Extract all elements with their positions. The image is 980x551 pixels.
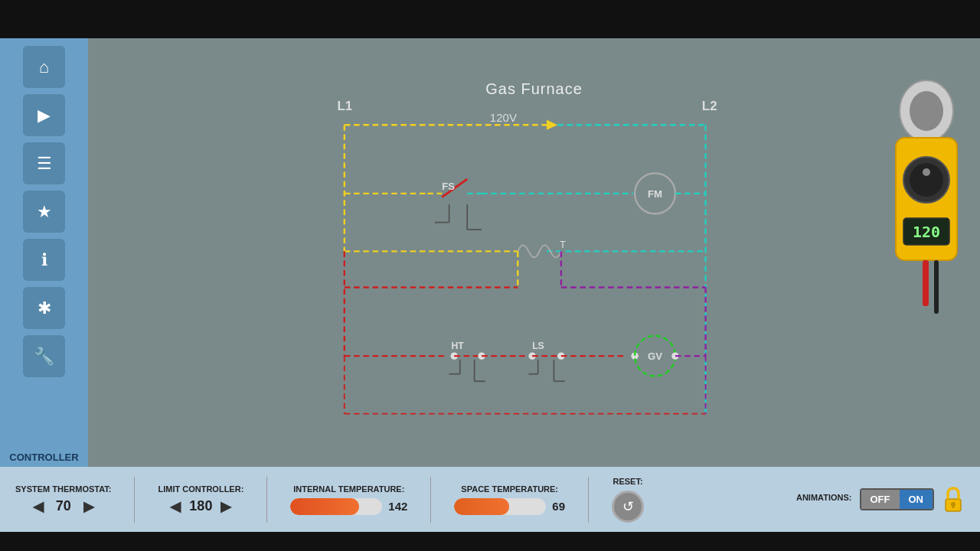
main-area: Gas Furnace L1 L2 120V FS bbox=[88, 38, 980, 486]
animations-group: ANIMATIONS: OFF ON bbox=[796, 485, 965, 514]
animations-label: ANIMATIONS: bbox=[796, 493, 852, 502]
separator1 bbox=[134, 477, 135, 523]
thermostat-increment-button[interactable]: ▶ bbox=[83, 498, 94, 515]
bottom-bar bbox=[0, 532, 980, 551]
thermostat-value: 70 bbox=[48, 498, 79, 514]
t-label: T bbox=[560, 239, 566, 250]
system-thermostat-controls: ◀ 70 ▶ bbox=[33, 498, 94, 515]
space-temp-fill bbox=[454, 498, 509, 515]
next-button[interactable]: ▶ bbox=[23, 94, 65, 136]
clamp-meter: 120 bbox=[880, 77, 972, 314]
internal-temp-bar-container: 142 bbox=[290, 498, 407, 515]
internal-temp-group: INTERNAL TEMPERATURE: 142 bbox=[290, 484, 407, 515]
separator3 bbox=[430, 477, 431, 523]
svg-point-7 bbox=[923, 168, 930, 176]
fs-label: FS bbox=[442, 181, 455, 192]
limit-controller-label: LIMIT CONTROLLER: bbox=[158, 484, 243, 494]
animations-toggle[interactable]: OFF ON bbox=[860, 488, 935, 510]
info-button[interactable]: ℹ bbox=[23, 239, 65, 281]
thermostat-decrement-button[interactable]: ◀ bbox=[33, 498, 44, 515]
separator4 bbox=[588, 477, 589, 523]
top-bar bbox=[0, 0, 980, 38]
svg-text:120: 120 bbox=[913, 223, 940, 241]
home-button[interactable]: ⌂ bbox=[23, 46, 65, 88]
separator2 bbox=[266, 477, 267, 523]
limit-controller-controls: ◀ 180 ▶ bbox=[170, 498, 231, 515]
system-thermostat-group: SYSTEM THERMOSTAT: ◀ 70 ▶ bbox=[15, 484, 111, 515]
space-temp-value: 69 bbox=[552, 500, 565, 513]
lock-icon bbox=[942, 485, 965, 514]
space-temp-bar-container: 69 bbox=[454, 498, 565, 515]
ht-label: HT bbox=[451, 341, 464, 351]
tools-button[interactable]: 🔧 bbox=[23, 335, 65, 377]
limit-decrement-button[interactable]: ◀ bbox=[170, 498, 181, 515]
animations-off-button[interactable]: OFF bbox=[861, 490, 900, 509]
reset-label: RESET: bbox=[612, 477, 642, 486]
circuit-diagram: L1 L2 120V FS FM bbox=[88, 38, 980, 486]
svg-rect-10 bbox=[923, 260, 929, 306]
settings-button[interactable]: ✱ bbox=[23, 287, 65, 329]
limit-controller-group: LIMIT CONTROLLER: ◀ 180 ▶ bbox=[158, 484, 243, 515]
favorites-button[interactable]: ★ bbox=[23, 191, 65, 233]
fm-label: FM bbox=[648, 188, 662, 200]
system-thermostat-label: SYSTEM THERMOSTAT: bbox=[15, 484, 111, 494]
svg-rect-11 bbox=[934, 260, 939, 314]
gv-label: GV bbox=[648, 350, 662, 362]
menu-button[interactable]: ☰ bbox=[23, 142, 65, 184]
space-temp-label: SPACE TEMPERATURE: bbox=[461, 484, 558, 494]
control-bar: SYSTEM THERMOSTAT: ◀ 70 ▶ LIMIT CONTROLL… bbox=[0, 467, 980, 532]
ls-label: LS bbox=[532, 341, 544, 351]
space-temp-bar bbox=[454, 498, 546, 515]
internal-temp-fill bbox=[290, 498, 359, 515]
reset-group: RESET: ↺ bbox=[612, 477, 644, 523]
l1-label: L1 bbox=[337, 99, 352, 113]
limit-value: 180 bbox=[185, 498, 216, 514]
arrow-right bbox=[547, 120, 557, 130]
l2-label: L2 bbox=[702, 99, 717, 113]
svg-point-6 bbox=[910, 163, 943, 197]
voltage-label: 120V bbox=[490, 111, 517, 124]
t-coil-left bbox=[518, 245, 539, 257]
space-temp-group: SPACE TEMPERATURE: 69 bbox=[454, 484, 565, 515]
internal-temp-bar bbox=[290, 498, 382, 515]
svg-point-3 bbox=[910, 91, 943, 131]
internal-temp-value: 142 bbox=[388, 500, 407, 513]
internal-temp-label: INTERNAL TEMPERATURE: bbox=[293, 484, 404, 494]
limit-increment-button[interactable]: ▶ bbox=[220, 498, 231, 515]
svg-rect-14 bbox=[952, 504, 955, 508]
animations-on-button[interactable]: ON bbox=[900, 490, 933, 509]
reset-button[interactable]: ↺ bbox=[612, 491, 644, 523]
